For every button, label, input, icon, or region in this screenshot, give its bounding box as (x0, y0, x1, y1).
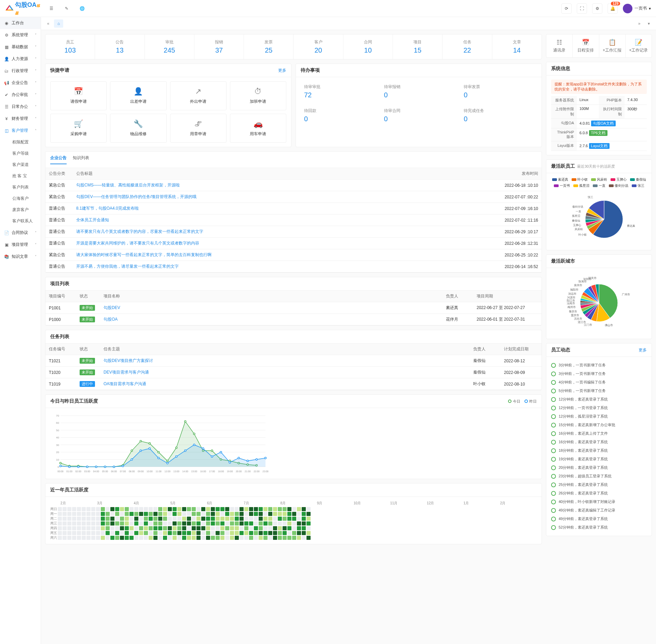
tab-next-icon[interactable]: » (636, 20, 643, 27)
stat-任务[interactable]: 任务22 (442, 34, 492, 59)
settings-icon[interactable]: ⚙ (592, 3, 602, 14)
todo-待审报销[interactable]: 待审报销0 (381, 81, 457, 102)
heat-cell (230, 536, 234, 540)
todo-待完成任务[interactable]: 待完成任务0 (460, 105, 537, 126)
rquick-+工作记录[interactable]: 📝+工作记录 (626, 34, 652, 57)
tab-notice[interactable]: 企业公告 (50, 155, 67, 164)
notice-row[interactable]: 普通公告开源是需要大家共同维护的，请不要发只有几个英文或者数字的内容2022-0… (45, 238, 542, 249)
sidebar-sub-6[interactable]: 废弃客户 (0, 204, 41, 215)
logo[interactable]: 勾股OA练题 (5, 1, 41, 16)
task-row[interactable]: T1020未开始DEV项目需求与客户沟通秦假仙2022-08-09 (45, 367, 542, 378)
user-menu[interactable]: 一页书 ▾ (623, 4, 651, 13)
heat-cell (153, 512, 158, 516)
svg-text:13:00: 13:00 (173, 470, 179, 473)
svg-text:01:00: 01:00 (66, 470, 72, 473)
svg-point-71 (131, 459, 133, 460)
heat-cell (173, 521, 177, 526)
heat-cell (91, 526, 95, 530)
sidebar-sub-7[interactable]: 客户联系人 (0, 215, 41, 227)
task-row[interactable]: T1021未开始勾股DEV项目推广方案探讨秦假仙2022-08-12 (45, 355, 542, 367)
feed-item: 3分钟前，一页书新增了任务 (551, 369, 647, 378)
sidebar-tail-1[interactable]: ▣项目管理˅ (0, 239, 41, 251)
todo-待审发票[interactable]: 待审发票0 (460, 81, 537, 102)
sidebar-sub-1[interactable]: 客户等级 (0, 148, 41, 159)
todo-待审审批[interactable]: 待审审批72 (301, 81, 377, 102)
brush-icon[interactable]: ✎ (62, 3, 72, 14)
stat-报销[interactable]: 报销37 (194, 34, 244, 59)
project-row[interactable]: P1001未开始勾股DEV素还真2022-06-27 至 2022-07-27 (45, 302, 542, 314)
sidebar-item-3[interactable]: 🗂行政管理˅ (0, 65, 41, 77)
stat-审批[interactable]: 审批245 (145, 34, 194, 59)
svg-point-66 (86, 466, 88, 468)
sidebar-item-0[interactable]: ⚙系统管理˅ (0, 29, 41, 41)
stat-员工[interactable]: 员工103 (45, 34, 95, 59)
notice-row[interactable]: 紧急公告勾股CMS——轻量级、高性能极速后台开发框架，开源啦2022-06-18… (45, 180, 542, 191)
feed-more[interactable]: 更多 (639, 347, 647, 353)
sidebar-tail-2[interactable]: 📚知识文章˅ (0, 251, 41, 263)
notice-row[interactable]: 紧急公告请大家体验的时候尽量写一些看起来正常的文字，简单的去百科复制也行啊202… (45, 249, 542, 261)
stat-文章[interactable]: 文章14 (492, 34, 542, 59)
rquick-+工作汇报[interactable]: 📋+工作汇报 (599, 34, 626, 57)
tab-prev-icon[interactable]: « (44, 20, 52, 27)
stat-客户[interactable]: 客户20 (293, 34, 343, 59)
notice-row[interactable]: 普通公告8.1建军节，勾股OA4.0完成发布啦2022-07-09 :16:10 (45, 203, 542, 214)
rquick-日程安排[interactable]: 📅日程安排 (573, 34, 599, 57)
sidebar-item-1[interactable]: ▦基础数据˅ (0, 41, 41, 53)
quick-more[interactable]: 更多 (278, 68, 286, 73)
heat-cell (259, 531, 263, 535)
sidebar-customer[interactable]: ◫客户管理˄ (0, 125, 41, 137)
quick-采购申请[interactable]: 🛒采购申请 (50, 114, 107, 143)
svg-point-49 (140, 440, 141, 442)
stat-公告[interactable]: 公告13 (95, 34, 145, 59)
todo-待审合同[interactable]: 待审合同0 (381, 105, 457, 126)
heat-cell (235, 536, 239, 540)
sidebar-sub-5[interactable]: 公海客户 (0, 193, 41, 204)
rquick-通讯录[interactable]: ☷通讯录 (546, 34, 573, 57)
heat-cell (259, 526, 263, 530)
tab-home[interactable]: ⌂ (54, 19, 63, 28)
sidebar-sub-0[interactable]: 权限配置 (0, 137, 41, 148)
notice-row[interactable]: 普通公告请不要发只有几个英文或者数字的内容，尽量发一些看起来正常的文字2022-… (45, 226, 542, 238)
quick-用车申请[interactable]: 🚗用车申请 (230, 114, 286, 143)
quick-用章申请[interactable]: 🖇用章申请 (170, 114, 227, 143)
quick-加班申请[interactable]: ⏱加班申请 (230, 81, 286, 110)
sidebar-sub-3[interactable]: 抢 客 宝 (0, 170, 41, 182)
fullscreen-icon[interactable]: ⛶ (577, 3, 587, 14)
refresh-icon[interactable]: ⟳ (561, 3, 572, 14)
legend-item: 孤星泪 (573, 183, 589, 188)
stat-合同[interactable]: 合同10 (343, 34, 393, 59)
globe-icon[interactable]: 🌐 (77, 3, 87, 14)
quick-请假申请[interactable]: 📅请假申请 (50, 81, 107, 110)
tab-knowledge[interactable]: 知识列表 (73, 155, 89, 164)
quick-外出申请[interactable]: ↗外出申请 (170, 81, 227, 110)
heat-cell (225, 521, 229, 526)
notice-row[interactable]: 普通公告全体员工开会通知2022-07-02 :11:16 (45, 214, 542, 226)
notice-row[interactable]: 紧急公告勾股DEV——任务管理与团队协作的任务/项目管理系统，开源的哦2022-… (45, 191, 542, 203)
svg-text:阳江市: 阳江市 (567, 299, 575, 302)
sidebar-workbench[interactable]: ◉工作台 (0, 17, 41, 29)
sidebar-item-5[interactable]: ✔办公审批˅ (0, 89, 41, 101)
sidebar-sub-2[interactable]: 客户渠道 (0, 159, 41, 170)
stat-项目[interactable]: 项目15 (393, 34, 442, 59)
chevron-down-icon: ▾ (649, 6, 651, 11)
employee-pie-chart: 素还真叶小钗风采铃玉脾心秦假仙孤星泪一直傲剑分说张三 (551, 190, 647, 245)
task-row[interactable]: T1019进行中OA项目需求与客户沟通叶小钗2022-08-10 (45, 378, 542, 390)
quick-物品维修[interactable]: 🔧物品维修 (110, 114, 166, 143)
quick-出差申请[interactable]: 👤出差申请 (110, 81, 166, 110)
chevron-down-icon: ˅ (35, 243, 37, 247)
sidebar-sub-4[interactable]: 客户列表 (0, 182, 41, 193)
notifications-icon[interactable]: 🔔129 (607, 3, 618, 14)
sidebar-tail-0[interactable]: 📄合同协议˅ (0, 227, 41, 239)
tab-menu-icon[interactable]: ▾ (645, 20, 653, 27)
menu-toggle-icon[interactable]: ☰ (46, 3, 56, 14)
heat-cell (139, 521, 143, 526)
sidebar-item-6[interactable]: ☰日常办公˅ (0, 101, 41, 113)
stat-发票[interactable]: 发票25 (244, 34, 293, 59)
notice-row[interactable]: 普通公告开源不易，方便你我他，请尽量发一些看起来正常的文字2022-06-14 … (45, 261, 542, 272)
todo-待回款[interactable]: 待回款0 (301, 105, 377, 126)
sidebar-item-2[interactable]: 👤人力资源˅ (0, 53, 41, 65)
sidebar-item-4[interactable]: 📢企业公告˅ (0, 77, 41, 89)
heat-cell (297, 536, 301, 540)
sidebar-item-7[interactable]: ¥财务管理˅ (0, 113, 41, 125)
project-row[interactable]: P1000未开始勾股OA花伴月2022-06-01 至 2022-07-31 (45, 314, 542, 325)
